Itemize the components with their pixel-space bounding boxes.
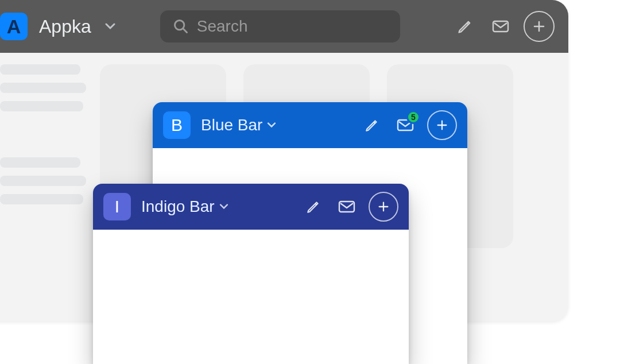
topbar: A Appka (0, 0, 568, 53)
plus-icon (436, 119, 448, 131)
indigo-add-button[interactable] (369, 192, 398, 222)
sidebar-placeholder (0, 83, 86, 93)
indigo-mail-button[interactable] (335, 195, 358, 218)
svg-line-1 (183, 29, 187, 32)
plus-icon (377, 200, 390, 213)
blue-edit-button[interactable] (361, 114, 383, 137)
app-title: Appka (39, 16, 91, 37)
sidebar-placeholder (0, 176, 86, 186)
search-field[interactable] (160, 10, 400, 42)
blue-switcher[interactable]: Blue Bar (201, 116, 276, 134)
edit-button[interactable] (452, 14, 478, 39)
sidebar-placeholder (0, 194, 83, 204)
mail-icon (492, 20, 509, 33)
blue-avatar: B (163, 111, 191, 139)
chevron-down-icon (105, 23, 115, 30)
indigo-edit-button[interactable] (302, 195, 325, 218)
indigo-avatar: I (103, 193, 131, 220)
blue-avatar-letter: B (171, 115, 183, 135)
blue-title: Blue Bar (201, 116, 262, 134)
indigo-avatar-letter: I (115, 197, 119, 216)
app-avatar: A (0, 13, 28, 40)
mail-icon (338, 200, 355, 214)
chevron-down-icon (219, 204, 228, 210)
sidebar-placeholder (0, 64, 80, 75)
search-icon (173, 18, 189, 34)
indigo-title: Indigo Bar (141, 198, 215, 216)
add-button[interactable] (524, 11, 555, 42)
svg-rect-8 (339, 202, 354, 212)
indigo-titlebar: I Indigo Bar (93, 184, 409, 230)
pencil-icon (457, 18, 473, 34)
indigo-switcher[interactable]: Indigo Bar (141, 198, 228, 216)
sidebar-placeholder (0, 157, 80, 168)
sidebar-placeholder (0, 101, 83, 111)
plus-icon (532, 20, 546, 33)
chevron-down-icon (267, 122, 276, 128)
pencil-icon (306, 199, 321, 214)
pencil-icon (365, 118, 379, 133)
blue-add-button[interactable] (427, 110, 457, 140)
indigo-window: I Indigo Bar (93, 184, 409, 364)
blue-titlebar: B Blue Bar 5 (153, 102, 467, 148)
app-avatar-letter: A (7, 16, 21, 38)
app-switcher[interactable]: A Appka (0, 13, 115, 40)
mail-button[interactable] (488, 14, 513, 39)
search-input[interactable] (197, 17, 402, 36)
sidebar (0, 64, 86, 248)
mail-badge: 5 (406, 110, 420, 124)
svg-rect-2 (493, 21, 508, 32)
blue-mail-button[interactable]: 5 (394, 114, 417, 137)
